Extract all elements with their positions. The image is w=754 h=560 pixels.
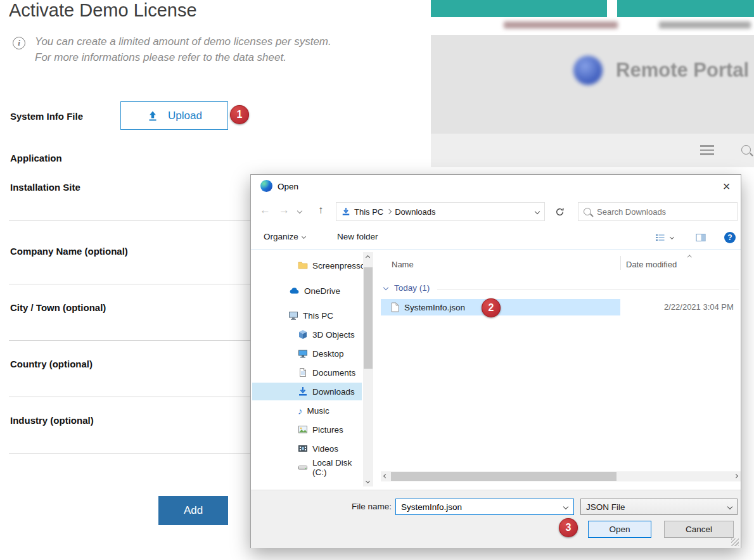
sidebar-item-3d-objects[interactable]: 3D Objects (252, 326, 362, 343)
open-file-dialog: Open × ← → ↑ This PC Downloads Organiz (250, 174, 741, 548)
scroll-left-icon[interactable] (383, 474, 388, 478)
info-text: You can create a limited amount of demo … (35, 34, 333, 65)
sidebar-item-local-disk-c[interactable]: Local Disk (C:) (252, 459, 362, 476)
up-icon[interactable]: ↑ (318, 204, 324, 217)
sidebar-item-onedrive[interactable]: OneDrive (252, 282, 362, 300)
chevron-down-icon (302, 234, 306, 239)
group-collapse-chevron-icon[interactable] (383, 285, 388, 290)
sidebar-item-this-pc[interactable]: This PC (252, 307, 362, 324)
help-glyph: ? (727, 233, 732, 242)
dialog-title: Open (278, 182, 298, 191)
edge-icon (260, 180, 272, 192)
resize-grip[interactable] (731, 538, 739, 546)
label-installation-site: Installation Site (10, 182, 80, 193)
column-header-date-modified[interactable]: Date modified (626, 260, 677, 269)
search-icon[interactable] (741, 145, 751, 155)
cancel-button-label: Cancel (686, 525, 712, 534)
refresh-icon[interactable] (549, 202, 570, 221)
close-icon[interactable]: × (712, 175, 741, 197)
desktop-icon (298, 348, 308, 359)
forward-icon[interactable]: → (279, 204, 290, 217)
sidebar-scrollbar[interactable] (363, 252, 373, 487)
open-button[interactable]: Open (588, 521, 651, 538)
disk-drive-icon (298, 462, 308, 473)
search-box[interactable] (578, 202, 738, 221)
sidebar-item-music[interactable]: ♪ Music (252, 402, 362, 419)
dialog-titlebar: Open × (251, 175, 741, 198)
file-icon (391, 302, 399, 312)
sidebar-label: Desktop (312, 349, 344, 359)
view-options-chevron-icon[interactable] (670, 235, 674, 239)
sidebar-label: Videos (312, 444, 338, 454)
scroll-right-icon[interactable] (734, 474, 738, 478)
new-folder-button[interactable]: New folder (337, 232, 378, 241)
computer-icon (288, 310, 298, 321)
sidebar-label: 3D Objects (312, 330, 355, 340)
breadcrumb-chevron-icon[interactable] (387, 209, 392, 214)
breadcrumb-this-pc[interactable]: This PC (354, 207, 383, 217)
sidebar-item-videos[interactable]: Videos (252, 440, 362, 457)
add-button[interactable]: Add (158, 496, 228, 525)
cube-icon (298, 329, 308, 340)
back-icon[interactable]: ← (260, 204, 271, 217)
breadcrumb-downloads[interactable]: Downloads (395, 207, 435, 217)
portal-blurred-link[interactable] (504, 22, 618, 29)
sort-chevron-icon (687, 255, 691, 259)
column-header-name[interactable]: Name (392, 260, 414, 269)
menu-icon[interactable] (700, 145, 714, 155)
sidebar-item-desktop[interactable]: Desktop (252, 345, 362, 362)
sidebar-label: Local Disk (C:) (312, 458, 362, 477)
portal-blurred-link[interactable] (659, 22, 751, 29)
portal-teal-bar (431, 0, 607, 17)
folder-icon (298, 260, 308, 270)
history-chevron-icon[interactable] (297, 208, 302, 213)
organize-label: Organize (264, 232, 298, 241)
preview-pane-icon[interactable] (696, 232, 706, 243)
film-icon (298, 443, 308, 454)
sidebar-item-screenpresso[interactable]: Screenpresso (252, 257, 362, 274)
help-icon[interactable]: ? (724, 232, 736, 243)
address-bar[interactable]: This PC Downloads (336, 202, 545, 221)
group-header[interactable]: Today (1) (394, 283, 430, 293)
label-city-town: City / Town (optional) (10, 302, 106, 313)
cancel-button[interactable]: Cancel (664, 521, 734, 538)
label-application: Application (10, 153, 62, 163)
scrollbar-thumb[interactable] (391, 472, 617, 481)
sidebar-item-pictures[interactable]: Pictures (252, 421, 362, 438)
search-input[interactable] (597, 207, 732, 217)
close-glyph: × (723, 179, 731, 194)
page-title: Activate Demo License (9, 0, 197, 21)
scrollbar-thumb[interactable] (364, 267, 373, 369)
portal-header: Remote Portal (431, 35, 754, 134)
file-name: SystemInfo.json (404, 303, 465, 312)
sidebar-item-documents[interactable]: Documents (252, 364, 362, 381)
portal-logo (573, 56, 603, 85)
sidebar-label: Pictures (312, 425, 343, 435)
upload-button-label: Upload (168, 110, 202, 122)
portal-title: Remote Portal (616, 59, 749, 82)
sidebar-label: Documents (312, 368, 355, 378)
file-name-combobox[interactable] (395, 499, 574, 515)
upload-button[interactable]: Upload (120, 101, 228, 130)
file-name-label: File name: (340, 502, 392, 511)
sidebar-item-downloads[interactable]: Downloads (252, 383, 362, 400)
file-row-systeminfo-json[interactable]: SystemInfo.json (381, 299, 620, 315)
dialog-footer: File name: JSON File Open Cancel (251, 490, 741, 548)
address-dropdown-chevron-icon[interactable] (535, 209, 540, 214)
organize-button[interactable]: Organize (264, 232, 305, 241)
label-system-info-file: System Info File (10, 111, 83, 122)
horizontal-scrollbar[interactable] (381, 471, 741, 481)
file-type-dropdown[interactable]: JSON File (580, 499, 738, 515)
sidebar-label: Music (307, 406, 329, 416)
portal-teal-bar (617, 0, 754, 17)
view-list-icon[interactable] (655, 232, 665, 243)
chevron-down-icon[interactable] (563, 504, 568, 509)
chevron-down-icon (727, 504, 732, 509)
file-date-modified: 2/22/2021 3:04 PM (664, 302, 734, 312)
music-note-icon: ♪ (298, 406, 303, 416)
scroll-up-icon[interactable] (366, 255, 370, 260)
scroll-down-icon[interactable] (366, 479, 370, 483)
downloads-icon (298, 386, 308, 397)
column-divider[interactable] (620, 256, 621, 270)
file-name-input[interactable] (396, 502, 564, 512)
